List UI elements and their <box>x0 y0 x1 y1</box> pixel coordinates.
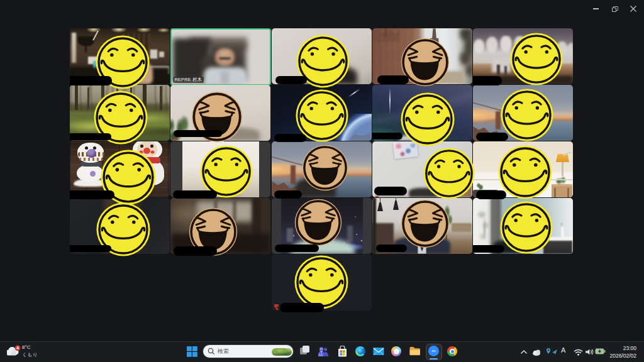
svg-text:4: 4 <box>16 346 19 350</box>
